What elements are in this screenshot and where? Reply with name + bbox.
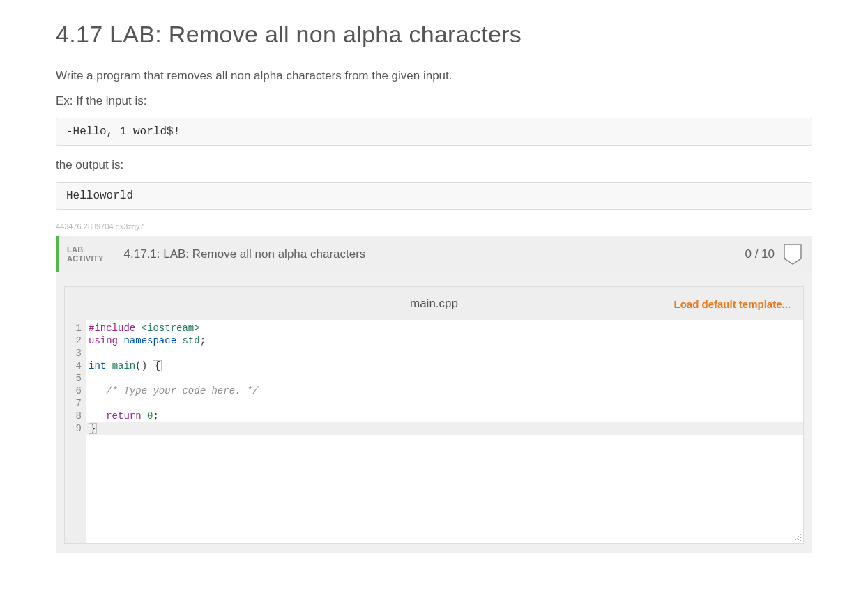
lab-badge-line2: ACTIVITY [67,254,104,263]
code-line[interactable]: using namespace std; [89,334,800,347]
page-title: 4.17 LAB: Remove all non alpha character… [56,21,812,48]
lab-activity-header: LAB ACTIVITY 4.17.1: LAB: Remove all non… [56,236,812,272]
line-number: 8 [65,410,82,422]
code-area[interactable]: #include <iostream> using namespace std;… [86,320,803,543]
problem-description: Write a program that removes all non alp… [56,69,812,83]
line-number: 5 [65,372,82,385]
bookmark-icon[interactable] [782,243,804,265]
code-line[interactable]: #include <iostream> [89,322,800,334]
lab-activity-title: 4.17.1: LAB: Remove all non alpha charac… [114,247,745,261]
code-line[interactable] [89,372,800,385]
code-line[interactable]: } [89,422,800,435]
line-number: 6 [65,385,82,397]
brace-close-highlight: } [89,423,97,434]
code-line[interactable] [89,347,800,360]
line-number: 4 [65,360,82,372]
line-number: 1 [65,322,82,334]
code-line[interactable]: return 0; [89,410,800,422]
code-line[interactable]: /* Type your code here. */ [89,385,800,397]
code-line[interactable]: int main() { [89,360,800,372]
lab-badge: LAB ACTIVITY [59,240,114,269]
svg-line-2 [800,540,801,541]
example-output-label: the output is: [56,158,812,172]
code-editor[interactable]: 1 2 3 4 5 6 7 8 9 #include <iostream> us… [65,320,803,543]
resize-handle-icon[interactable] [792,532,802,542]
lab-body: main.cpp Load default template... 1 2 3 … [56,272,812,552]
code-line[interactable] [89,397,800,410]
brace-open-highlight: { [153,360,161,371]
file-name: main.cpp [410,297,458,311]
line-number: 3 [65,347,82,360]
example-input-label: Ex: If the input is: [56,94,812,108]
line-number: 2 [65,334,82,347]
line-number-gutter: 1 2 3 4 5 6 7 8 9 [65,320,86,543]
editor-header: main.cpp Load default template... [65,287,803,320]
load-default-template-link[interactable]: Load default template... [673,298,803,310]
line-number: 7 [65,397,82,410]
example-input-box: -Hello, 1 world$! [56,118,812,146]
example-output-box: Helloworld [56,182,812,210]
lab-badge-line1: LAB [67,245,104,254]
question-id: 443476.2839704.qx3zqy7 [56,222,812,231]
editor: main.cpp Load default template... 1 2 3 … [64,286,804,544]
line-number: 9 [65,422,82,435]
lab-score: 0 / 10 [745,247,782,261]
